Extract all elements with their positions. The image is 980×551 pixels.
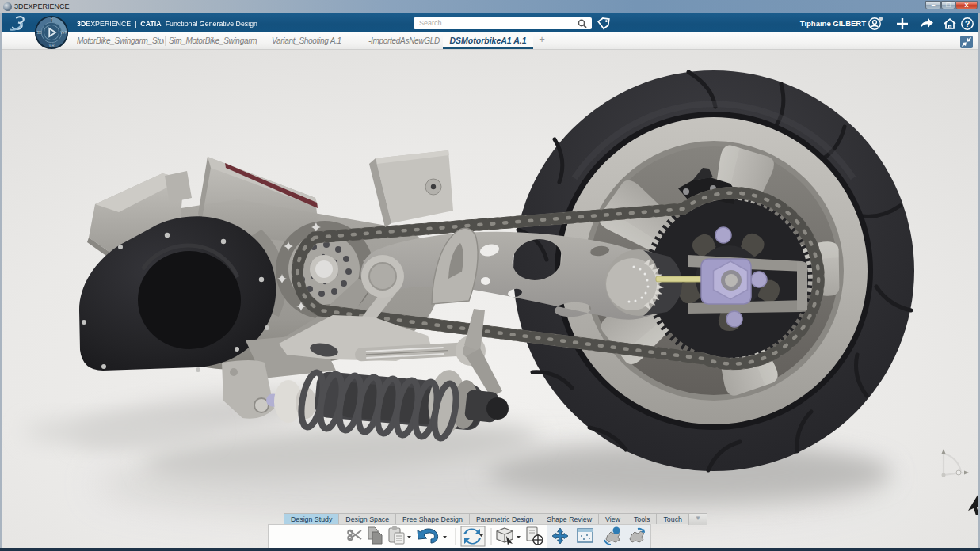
svg-text:?: ? bbox=[965, 19, 970, 28]
svg-text:V+R: V+R bbox=[60, 31, 68, 35]
svg-text:T: T bbox=[51, 18, 53, 22]
svg-text:3D: 3D bbox=[36, 31, 42, 35]
svg-text:V.R: V.R bbox=[48, 44, 55, 48]
